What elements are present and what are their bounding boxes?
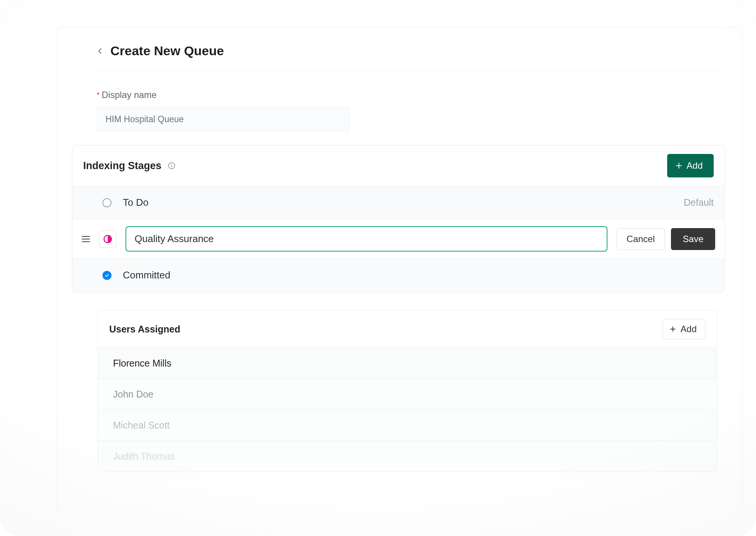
stage-label: To Do — [123, 197, 672, 208]
radio-icon[interactable] — [102, 198, 112, 207]
add-stage-button[interactable]: Add — [667, 154, 714, 177]
user-row[interactable]: John Doe — [98, 379, 717, 410]
display-name-input[interactable] — [97, 107, 350, 132]
users-assigned-card: Users Assigned Add Florence Mills John D… — [98, 310, 717, 472]
save-button-label: Save — [683, 234, 703, 244]
cancel-button[interactable]: Cancel — [617, 228, 665, 250]
plus-icon — [675, 162, 683, 169]
user-row[interactable]: Micheal Scott — [98, 410, 717, 441]
stage-label: Committed — [123, 269, 714, 281]
page-card: Create New Queue * Display name Indexing… — [57, 27, 742, 536]
display-name-field: * Display name — [97, 90, 717, 132]
svg-point-2 — [171, 164, 172, 165]
user-row[interactable]: Florence Mills — [98, 348, 717, 379]
stage-name-input[interactable] — [125, 226, 607, 252]
cancel-button-label: Cancel — [627, 234, 655, 244]
drag-handle-icon[interactable] — [82, 235, 90, 243]
indexing-stages-header: Indexing Stages — [73, 146, 724, 186]
page-title: Create New Queue — [110, 44, 224, 58]
users-assigned-header: Users Assigned Add — [98, 311, 717, 348]
display-name-label-text: Display name — [102, 90, 156, 100]
back-icon[interactable] — [97, 48, 104, 54]
display-name-label: * Display name — [97, 90, 717, 100]
add-user-button[interactable]: Add — [663, 319, 705, 339]
user-row[interactable]: Judith Thomas — [98, 441, 717, 472]
default-badge: Default — [684, 197, 714, 208]
stage-row-editing: Cancel Save — [73, 219, 724, 258]
indexing-stages-title: Indexing Stages — [83, 160, 161, 172]
save-button[interactable]: Save — [671, 228, 715, 250]
indexing-stages-card: Indexing Stages — [72, 145, 725, 292]
stage-row-todo: To Do Default — [73, 186, 724, 219]
page-header: Create New Queue — [97, 44, 717, 71]
plus-icon — [669, 325, 677, 333]
users-assigned-title: Users Assigned — [109, 324, 180, 335]
radio-checked-icon[interactable] — [102, 271, 112, 280]
add-stage-label: Add — [686, 160, 703, 171]
stage-color-button[interactable] — [99, 230, 116, 248]
add-user-label: Add — [680, 324, 697, 334]
required-star-icon: * — [97, 92, 99, 98]
stage-row-committed: Committed — [73, 258, 724, 292]
info-icon[interactable] — [167, 162, 176, 170]
